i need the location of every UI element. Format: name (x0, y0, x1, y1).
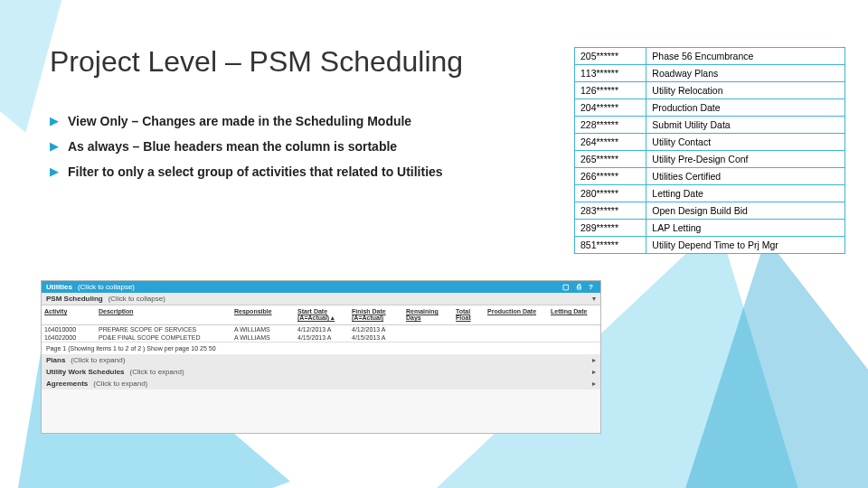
table-row: 164010000PREPARE SCOPE OF SERVICESA WILL… (42, 325, 600, 333)
table-row: 126******Utility Relocation (575, 82, 845, 99)
section-plans[interactable]: Plans (Click to expand) ▸ (42, 354, 600, 366)
section-agreements[interactable]: Agreements (Click to expand) ▸ (42, 378, 600, 389)
chevron-icon: ▶ (50, 138, 59, 155)
code-cell: 851****** (575, 237, 646, 254)
table-row: 283******Open Design Build Bid (575, 202, 845, 220)
bullet-list: ▶View Only – Changes are made in the Sch… (50, 104, 556, 189)
desc-cell: Utility Contact (646, 134, 845, 151)
table-row: 228******Submit Utility Data (575, 117, 845, 134)
col-remaining[interactable]: Remaining Days (403, 305, 453, 324)
desc-cell: Open Design Build Bid (646, 202, 845, 220)
cell-finish: 4/15/2013 A (349, 333, 403, 342)
cell-finish: 4/12/2013 A (349, 325, 403, 333)
code-cell: 205****** (575, 48, 646, 65)
expand-hint: (Click to expand) (130, 368, 184, 376)
code-cell: 289****** (575, 220, 646, 237)
table-row: 205******Phase 56 Encumbrance (575, 48, 845, 65)
table-row: 280******Letting Date (575, 185, 845, 202)
list-item: ▶Filter to only a select group of activi… (50, 164, 556, 180)
section-title: Agreements (46, 380, 88, 388)
chevron-icon: ▶ (50, 164, 59, 180)
col-production[interactable]: Production Date (485, 305, 548, 324)
table-row: 164022000PD&E FINAL SCOPE COMPLETEDA WIL… (42, 333, 600, 342)
cell-start: 4/15/2013 A (295, 333, 349, 342)
cell-activity: 164022000 (42, 333, 96, 342)
table-row: 265******Utility Pre-Design Conf (575, 151, 845, 168)
expand-hint: (Click to expand) (93, 380, 147, 388)
collapse-hint: (Click to collapse) (78, 283, 135, 291)
code-cell: 204****** (575, 99, 646, 117)
cell-description: PREPARE SCOPE OF SERVICES (96, 325, 231, 333)
section-title: PSM Scheduling (46, 295, 103, 303)
panel-header-utilities[interactable]: Utilities (Click to collapse) ▢ ⎙ ? (42, 281, 600, 293)
desc-cell: Utility Relocation (646, 82, 845, 99)
code-cell: 266****** (575, 168, 646, 185)
col-description[interactable]: Description (96, 305, 231, 324)
collapse-hint: (Click to collapse) (108, 295, 165, 303)
code-cell: 228****** (575, 117, 646, 134)
cell-description: PD&E FINAL SCOPE COMPLETED (96, 333, 231, 342)
list-item: ▶As always – Blue headers mean the colum… (50, 138, 556, 155)
cell-production (485, 325, 548, 333)
section-utility-work-schedules[interactable]: Utility Work Schedules (Click to expand)… (42, 366, 600, 378)
desc-cell: Utilities Certified (646, 168, 845, 185)
cell-remaining (403, 333, 453, 342)
table-row: 266******Utilities Certified (575, 168, 845, 185)
desc-cell: Roadway Plans (646, 65, 845, 82)
code-cell: 283****** (575, 202, 646, 220)
pager[interactable]: Page 1 (Showing items 1 to 2 of 2 ) Show… (42, 342, 600, 354)
desc-cell: Utility Pre-Design Conf (646, 151, 845, 168)
bullet-text: As always – Blue headers mean the column… (68, 138, 397, 155)
cell-float (453, 333, 485, 342)
table-row: 113******Roadway Plans (575, 65, 845, 82)
col-activity[interactable]: Activity (42, 305, 96, 324)
caret-icon[interactable]: ▸ (592, 380, 596, 388)
section-title: Plans (46, 356, 65, 364)
expand-hint: (Click to expand) (71, 356, 125, 364)
bullet-text: View Only – Changes are made in the Sche… (68, 113, 411, 129)
cell-activity: 164010000 (42, 325, 96, 333)
page-title: Project Level – PSM Scheduling (50, 45, 463, 79)
cell-letting (548, 325, 598, 333)
col-float[interactable]: Total Float (453, 305, 485, 324)
cell-production (485, 333, 548, 342)
desc-cell: Phase 56 Encumbrance (646, 48, 845, 65)
table-row: 289******LAP Letting (575, 220, 845, 237)
col-finish-date[interactable]: Finish Date (A=Actual) (349, 305, 403, 324)
cell-start: 4/12/2013 A (295, 325, 349, 333)
reference-table: 205******Phase 56 Encumbrance113******Ro… (574, 47, 845, 254)
app-screenshot: Utilities (Click to collapse) ▢ ⎙ ? PSM … (41, 280, 601, 434)
caret-down-icon[interactable]: ▾ (592, 295, 596, 303)
slide: Project Level – PSM Scheduling ▶View Onl… (0, 0, 868, 488)
chevron-icon: ▶ (50, 113, 59, 129)
panel-title: Utilities (46, 283, 72, 291)
desc-cell: Utility Depend Time to Prj Mgr (646, 237, 845, 254)
code-cell: 126****** (575, 82, 646, 99)
cell-responsible: A WILLIAMS (231, 325, 295, 333)
cell-letting (548, 333, 598, 342)
section-psm-scheduling[interactable]: PSM Scheduling (Click to collapse) ▾ (42, 293, 600, 305)
desc-cell: LAP Letting (646, 220, 845, 237)
desc-cell: Production Date (646, 99, 845, 117)
cell-remaining (403, 325, 453, 333)
column-headers: Activity Description Responsible Start D… (42, 305, 600, 325)
data-rows: 164010000PREPARE SCOPE OF SERVICESA WILL… (42, 325, 600, 342)
desc-cell: Letting Date (646, 185, 845, 202)
list-item: ▶View Only – Changes are made in the Sch… (50, 113, 556, 129)
col-start-date[interactable]: Start Date (A=Actual) ▴ (295, 305, 349, 324)
col-responsible[interactable]: Responsible (231, 305, 295, 324)
col-letting[interactable]: Letting Date (548, 305, 598, 324)
cell-responsible: A WILLIAMS (231, 333, 295, 342)
toolbar-icons[interactable]: ▢ ⎙ ? (562, 283, 596, 291)
table-row: 264******Utility Contact (575, 134, 845, 151)
code-cell: 264****** (575, 134, 646, 151)
cell-float (453, 325, 485, 333)
caret-icon[interactable]: ▸ (592, 356, 596, 364)
table-row: 204******Production Date (575, 99, 845, 117)
section-title: Utility Work Schedules (46, 368, 125, 376)
code-cell: 265****** (575, 151, 646, 168)
bullet-text: Filter to only a select group of activit… (68, 164, 443, 180)
desc-cell: Submit Utility Data (646, 117, 845, 134)
table-row: 851******Utility Depend Time to Prj Mgr (575, 237, 845, 254)
caret-icon[interactable]: ▸ (592, 368, 596, 376)
